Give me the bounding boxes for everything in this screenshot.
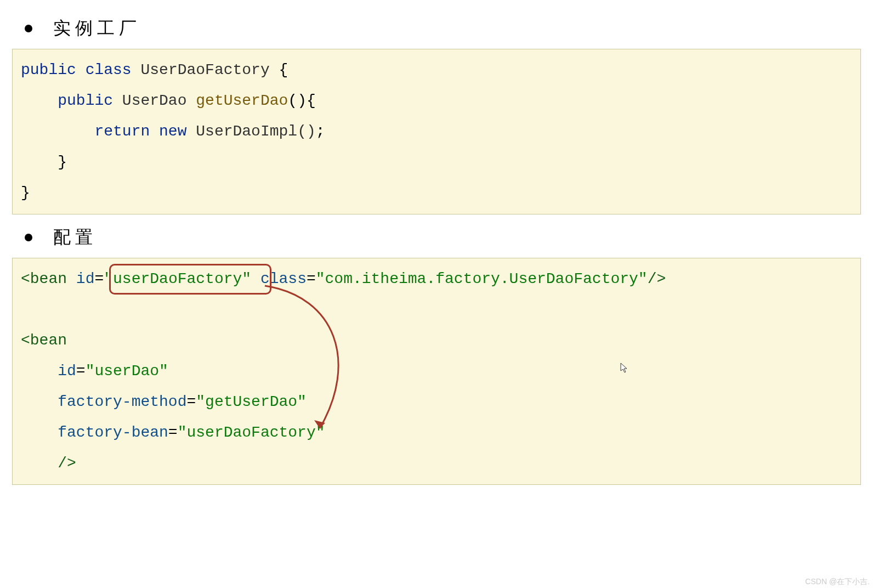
code-block-xml: <bean id="userDaoFactory" class="com.ith… bbox=[12, 258, 861, 485]
xml-close: /> bbox=[648, 270, 666, 287]
attr-factory-bean: factory-bean bbox=[58, 424, 168, 441]
section-header-config: 配置 bbox=[25, 225, 862, 250]
brace-open: { bbox=[279, 61, 288, 78]
eq: = bbox=[76, 363, 86, 380]
xml-code: <bean id="userDaoFactory" class="com.ith… bbox=[21, 264, 852, 479]
attr-id: id bbox=[76, 270, 95, 287]
val-id: "userDao" bbox=[86, 363, 168, 380]
eq: = bbox=[307, 270, 316, 287]
return-type: UserDao bbox=[122, 92, 187, 109]
semicolon: ; bbox=[316, 123, 325, 140]
eq: = bbox=[168, 424, 178, 441]
bullet-icon bbox=[25, 25, 32, 32]
brace-close: } bbox=[21, 184, 30, 201]
class-name: UserDaoFactory bbox=[140, 61, 269, 78]
keyword-public: public bbox=[21, 61, 76, 78]
val-fm: "getUserDao" bbox=[196, 393, 307, 410]
keyword-public: public bbox=[58, 92, 113, 109]
xml-bean: bean bbox=[30, 332, 67, 349]
highlight-box bbox=[109, 264, 271, 295]
xml-lt: < bbox=[21, 332, 30, 349]
val-class: "com.itheima.factory.UserDaoFactory" bbox=[316, 270, 648, 287]
parens: () bbox=[288, 92, 307, 109]
section-title-factory: 实例工厂 bbox=[53, 16, 141, 41]
brace-open: { bbox=[307, 92, 316, 109]
xml-lt: < bbox=[21, 270, 30, 287]
xml-close: /> bbox=[58, 455, 76, 472]
eq: = bbox=[186, 393, 196, 410]
code-block-java: public class UserDaoFactory { public Use… bbox=[12, 49, 861, 214]
method-name: getUserDao bbox=[196, 92, 288, 109]
section-header-factory: 实例工厂 bbox=[25, 16, 862, 41]
brace-close: } bbox=[58, 154, 67, 171]
java-code: public class UserDaoFactory { public Use… bbox=[21, 55, 852, 208]
keyword-class: class bbox=[86, 61, 132, 78]
keyword-new: new bbox=[159, 123, 186, 140]
section-title-config: 配置 bbox=[53, 225, 97, 250]
val-fb: "userDaoFactory" bbox=[178, 424, 325, 441]
bullet-icon bbox=[25, 234, 32, 241]
attr-id: id bbox=[58, 363, 76, 380]
attr-factory-method: factory-method bbox=[58, 393, 186, 410]
eq: = bbox=[94, 270, 104, 287]
keyword-return: return bbox=[94, 123, 150, 140]
impl-call: UserDaoImpl() bbox=[196, 123, 315, 140]
xml-bean: bean bbox=[30, 270, 67, 287]
